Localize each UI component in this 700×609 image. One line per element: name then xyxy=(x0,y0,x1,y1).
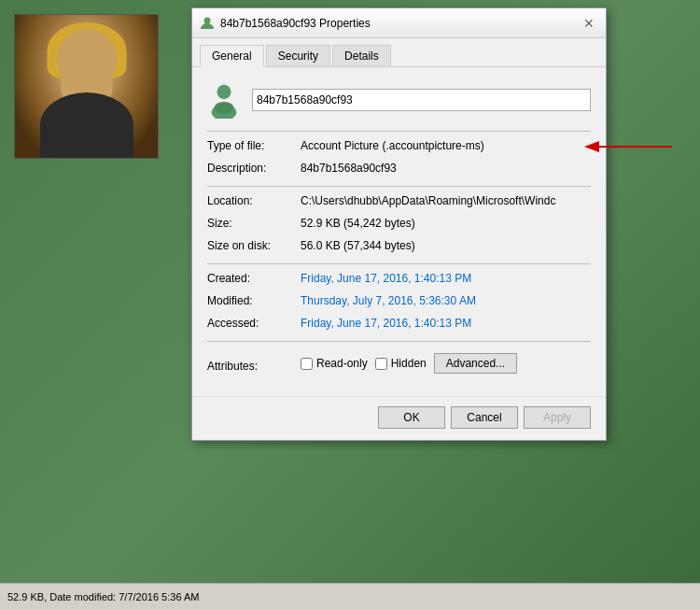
profile-photo xyxy=(14,14,159,159)
divider-2 xyxy=(207,186,591,187)
divider-3 xyxy=(207,263,591,264)
divider-1 xyxy=(207,131,591,132)
close-button[interactable]: ✕ xyxy=(580,14,598,33)
size-on-disk-row: Size on disk: 56.0 KB (57,344 bytes) xyxy=(207,239,591,256)
type-of-file-label: Type of file: xyxy=(207,139,301,152)
created-label: Created: xyxy=(207,272,301,285)
filename-input[interactable] xyxy=(252,89,591,111)
attributes-controls: Read-only Hidden Advanced... xyxy=(301,353,517,374)
readonly-checkbox[interactable] xyxy=(301,358,313,370)
annotation-arrow xyxy=(579,136,677,157)
readonly-label[interactable]: Read-only xyxy=(316,357,368,370)
size-row: Size: 52.9 KB (54,242 bytes) xyxy=(207,217,591,234)
description-label: Description: xyxy=(207,162,301,175)
dialog-title: 84b7b1568a90cf93 Properties xyxy=(220,17,371,30)
created-row: Created: Friday, June 17, 2016, 1:40:13 … xyxy=(207,272,591,289)
size-value: 52.9 KB (54,242 bytes) xyxy=(301,217,591,230)
modified-value: Thursday, July 7, 2016, 5:36:30 AM xyxy=(301,294,591,307)
status-bar-text: 52.9 KB, Date modified: 7/7/2016 5:36 AM xyxy=(7,591,199,602)
status-bar: 52.9 KB, Date modified: 7/7/2016 5:36 AM xyxy=(0,583,700,609)
description-row: Description: 84b7b1568a90cf93 xyxy=(207,162,591,178)
readonly-checkbox-item: Read-only xyxy=(301,357,368,370)
attributes-row: Attributes: Read-only Hidden Advanced... xyxy=(207,349,591,374)
svg-point-0 xyxy=(204,17,211,23)
hidden-checkbox-item: Hidden xyxy=(375,357,427,370)
dialog-footer: OK Cancel Apply xyxy=(192,396,606,440)
location-value: C:\Users\dhubb\AppData\Roaming\Microsoft… xyxy=(301,194,591,207)
accessed-label: Accessed: xyxy=(207,317,301,330)
tab-general[interactable]: General xyxy=(200,45,264,67)
file-type-icon xyxy=(207,80,241,120)
cancel-button[interactable]: Cancel xyxy=(451,406,518,429)
desktop: 84b7b1568a90cf93 Properties ✕ General Se… xyxy=(0,0,700,609)
file-header xyxy=(207,80,591,120)
size-on-disk-label: Size on disk: xyxy=(207,239,301,252)
modified-label: Modified: xyxy=(207,294,301,307)
title-bar: 84b7b1568a90cf93 Properties ✕ xyxy=(192,8,606,38)
divider-4 xyxy=(207,341,591,342)
ok-button[interactable]: OK xyxy=(378,406,445,429)
person-icon xyxy=(200,16,215,31)
size-on-disk-value: 56.0 KB (57,344 bytes) xyxy=(301,239,591,252)
location-row: Location: C:\Users\dhubb\AppData\Roaming… xyxy=(207,194,591,211)
accessed-value: Friday, June 17, 2016, 1:40:13 PM xyxy=(301,317,591,330)
tabs-container: General Security Details xyxy=(192,38,606,67)
attributes-label: Attributes: xyxy=(207,360,301,373)
properties-dialog: 84b7b1568a90cf93 Properties ✕ General Se… xyxy=(191,7,607,441)
type-of-file-row: Type of file: Account Picture (.accountp… xyxy=(207,139,591,156)
advanced-button[interactable]: Advanced... xyxy=(434,353,517,374)
tab-details[interactable]: Details xyxy=(332,45,391,67)
apply-button[interactable]: Apply xyxy=(524,406,591,429)
dialog-content: Type of file: Account Picture (.accountp… xyxy=(192,67,606,389)
location-label: Location: xyxy=(207,194,301,207)
accessed-row: Accessed: Friday, June 17, 2016, 1:40:13… xyxy=(207,317,591,333)
modified-row: Modified: Thursday, July 7, 2016, 5:36:3… xyxy=(207,294,591,311)
svg-point-1 xyxy=(217,85,231,99)
tab-security[interactable]: Security xyxy=(266,45,330,67)
hidden-label[interactable]: Hidden xyxy=(391,357,427,370)
description-value: 84b7b1568a90cf93 xyxy=(301,162,591,175)
svg-point-3 xyxy=(215,102,234,114)
type-of-file-value: Account Picture (.accountpicture-ms) xyxy=(301,139,591,152)
created-value: Friday, June 17, 2016, 1:40:13 PM xyxy=(301,272,591,285)
size-label: Size: xyxy=(207,217,301,230)
hidden-checkbox[interactable] xyxy=(375,358,387,370)
